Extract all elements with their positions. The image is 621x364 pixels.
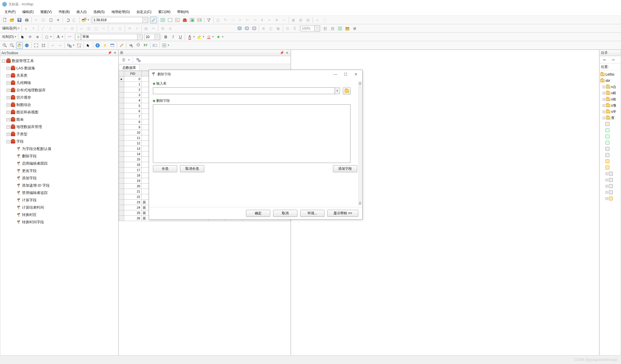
fixed-zoom-out-icon[interactable]	[40, 42, 47, 49]
expand-icon[interactable]: +	[603, 104, 605, 107]
marker-dropdown[interactable]: ▼	[221, 36, 224, 38]
search-window-icon[interactable]	[174, 17, 181, 23]
scroll-up-icon[interactable]: ▲	[358, 81, 362, 85]
editor-label[interactable]: 编辑器(R)	[1, 26, 18, 31]
toolbox-group[interactable]: +图层和表视图	[1, 109, 118, 116]
show-help-button[interactable]: 显示帮助 >>	[327, 210, 358, 217]
dialog-scrollbar[interactable]	[358, 81, 362, 205]
deselect-all-button[interactable]: 取消全选	[180, 165, 204, 172]
menu-insert[interactable]: 插入(I)	[74, 9, 89, 15]
paste-icon[interactable]: 📋	[47, 17, 54, 23]
fixed-zoom-in-icon[interactable]	[33, 42, 40, 49]
editor-dropdown[interactable]: ▼	[18, 27, 20, 30]
expand-icon[interactable]: +	[6, 67, 10, 70]
t-icon-7[interactable]: ◳	[329, 25, 336, 32]
cut-icon[interactable]: ✂	[33, 17, 40, 23]
menu-geoprocessing[interactable]: 地理处理(G)	[109, 9, 133, 15]
select-elements-icon[interactable]	[85, 42, 92, 49]
col-fid[interactable]: FID	[124, 71, 142, 76]
expand-icon[interactable]: +	[6, 111, 10, 114]
tool-item[interactable]: 转换时间字段	[1, 219, 118, 226]
expand-icon[interactable]: +	[6, 103, 10, 107]
select-features-icon[interactable]	[66, 42, 73, 49]
catalog-folder[interactable]: LeSto	[600, 71, 620, 78]
cancel-button[interactable]: 取消	[273, 210, 297, 217]
select-cursor-icon[interactable]	[19, 34, 26, 40]
close-icon[interactable]: ✕	[113, 51, 117, 55]
identify-icon[interactable]: i	[94, 42, 101, 49]
select-all-button[interactable]: 全选	[153, 165, 177, 172]
toolbox-group[interactable]: +LAS 数据集	[1, 65, 118, 72]
underline-icon[interactable]: U	[177, 34, 184, 40]
tool-item[interactable]: 更改字段	[1, 167, 118, 175]
expand-icon[interactable]: +	[605, 173, 608, 175]
font-color-dropdown[interactable]: ▼	[193, 36, 195, 38]
catalog-item[interactable]	[600, 152, 620, 158]
environment-button[interactable]: 环境...	[300, 210, 324, 217]
expand-icon[interactable]: +	[6, 81, 10, 85]
fill-dropdown[interactable]: ▼	[212, 36, 214, 38]
catalog-folder[interactable]: sbr	[600, 78, 620, 84]
catalog-subfolder[interactable]: +s项	[600, 102, 620, 109]
full-extent-icon[interactable]	[23, 42, 30, 49]
time-slider-icon[interactable]	[152, 42, 158, 49]
delete-icon[interactable]: ✕	[55, 17, 62, 23]
pin-icon[interactable]: 📌	[280, 51, 284, 55]
toolbox-group[interactable]: +地理数据库管理	[1, 123, 118, 131]
catalog-item[interactable]: +	[600, 189, 620, 195]
tool-item[interactable]: 启用编辑者跟踪	[1, 160, 118, 167]
select-features-dropdown[interactable]: ▼	[73, 44, 75, 47]
expand-icon[interactable]: +	[6, 118, 10, 121]
catalog-item[interactable]	[600, 164, 620, 171]
catalog-item[interactable]: +	[600, 183, 620, 189]
tool-item[interactable]: 删除字段	[1, 153, 118, 160]
font-input[interactable]	[81, 34, 137, 40]
clear-selection-icon[interactable]	[76, 42, 82, 49]
connect-tree-icon[interactable]	[205, 17, 212, 23]
catalog-subfolder[interactable]: +s权	[600, 90, 620, 96]
menu-window[interactable]: 窗口(W)	[155, 9, 173, 15]
tool-item[interactable]: 计算字段	[1, 197, 118, 204]
toolbox-group[interactable]: +分布式地理数据库	[1, 87, 118, 94]
python-window-icon[interactable]: ▣	[189, 17, 196, 23]
toolbox-group[interactable]: +制图综合	[1, 101, 118, 109]
tool-item[interactable]: 为字段分配默认值	[1, 145, 118, 153]
italic-icon[interactable]: I	[170, 34, 176, 40]
expand-icon[interactable]: +	[605, 185, 608, 187]
expand-icon[interactable]: +	[6, 74, 10, 77]
add-data-dropdown[interactable]: ▼	[87, 19, 89, 21]
viewer-window-icon[interactable]	[161, 42, 168, 49]
undo-icon[interactable]	[64, 17, 71, 23]
arc-toolbox-icon[interactable]	[181, 17, 188, 23]
catalog-item[interactable]: +	[600, 195, 620, 202]
toolbox-group[interactable]: +关系类	[1, 72, 118, 79]
scale-dropdown[interactable]: ˅	[143, 17, 148, 23]
expand-icon[interactable]: +	[605, 197, 608, 200]
go-to-xy-icon[interactable]: XY	[142, 42, 149, 49]
tool-item[interactable]: 禁用编辑者追踪	[1, 189, 118, 197]
expand-icon[interactable]: +	[6, 133, 10, 136]
add-data-icon[interactable]	[81, 17, 87, 23]
cat-fwd-icon[interactable]: ⇒	[610, 56, 616, 63]
minimize-icon[interactable]: —	[331, 71, 340, 77]
menu-customize[interactable]: 自定义(C)	[134, 9, 154, 15]
toolbox-group[interactable]: +切片缓存	[1, 94, 118, 101]
close-icon[interactable]: ✕	[285, 51, 289, 55]
curve-tool-icon[interactable]: 〰	[66, 34, 73, 40]
zoom-tool-icon[interactable]: ⊕	[34, 34, 41, 40]
geo-db-1-icon[interactable]	[236, 25, 243, 32]
measure-icon[interactable]	[118, 42, 125, 49]
highlight-dropdown[interactable]: ▼	[202, 36, 205, 38]
find-route-icon[interactable]	[135, 42, 142, 49]
catalog-item[interactable]	[600, 146, 620, 152]
catalog-item[interactable]	[600, 121, 620, 127]
scroll-down-icon[interactable]: ▼	[358, 201, 362, 205]
percent-dropdown[interactable]: ˅	[315, 25, 320, 32]
t-icon-10[interactable]: ⊞	[351, 25, 358, 32]
catalog-item[interactable]: +	[600, 171, 620, 177]
geo-db-3-icon[interactable]	[251, 25, 258, 32]
font-dropdown[interactable]: ˅	[137, 34, 142, 40]
expand-icon[interactable]: +	[603, 111, 605, 113]
expand-icon[interactable]: −	[603, 117, 605, 119]
save-icon[interactable]	[16, 17, 23, 23]
